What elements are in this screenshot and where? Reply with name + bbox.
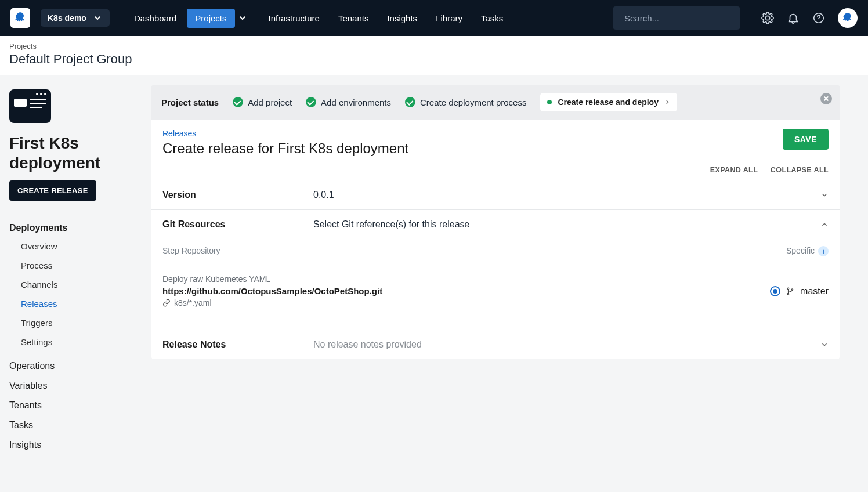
status-step-current[interactable]: Create release and deploy <box>540 93 677 111</box>
sidebar-item-triggers[interactable]: Triggers <box>21 314 142 331</box>
branch-name: master <box>800 286 829 296</box>
sidebar-item-channels[interactable]: Channels <box>21 276 142 293</box>
link-icon <box>162 299 171 307</box>
git-branch-icon <box>786 287 794 295</box>
chevron-up-icon <box>820 220 829 229</box>
sidebar-item-variables[interactable]: Variables <box>9 376 142 396</box>
sidebar-item-overview[interactable]: Overview <box>21 238 142 255</box>
repo-url: https://github.com/OctopusSamples/OctoPe… <box>162 286 382 296</box>
nav-projects[interactable]: Projects <box>187 9 234 28</box>
status-label: Project status <box>161 97 219 107</box>
save-button[interactable]: SAVE <box>783 129 829 150</box>
svg-point-3 <box>787 293 789 295</box>
sidebar-item-releases[interactable]: Releases <box>21 295 142 312</box>
chevron-down-icon <box>92 13 103 23</box>
status-step-add-project[interactable]: Add project <box>233 97 292 107</box>
top-right-icons <box>761 8 858 28</box>
space-switcher[interactable]: K8s demo <box>41 9 110 27</box>
page-header: Releases Create release for First K8s de… <box>151 120 840 166</box>
check-icon <box>306 97 316 107</box>
check-icon <box>233 97 243 107</box>
section-git-resources: Git Resources Select Git reference(s) fo… <box>151 209 840 330</box>
nav-library[interactable]: Library <box>428 9 471 28</box>
expand-controls: EXPAND ALL COLLAPSE ALL <box>151 166 840 180</box>
gear-icon[interactable] <box>761 12 774 24</box>
git-table-columns: Step Repository Specifici <box>162 241 829 265</box>
radio-selected-icon <box>770 286 780 296</box>
sidebar-item-operations[interactable]: Operations <box>9 356 142 376</box>
git-resources-label: Git Resources <box>162 219 313 230</box>
main-content: Project status Add project Add environme… <box>151 75 847 492</box>
project-logo <box>9 89 51 123</box>
file-glob: k8s/*.yaml <box>174 298 212 308</box>
sidebar-group-deployments[interactable]: Deployments <box>9 223 142 233</box>
sidebar-item-insights[interactable]: Insights <box>9 435 142 455</box>
dot-icon <box>547 100 552 104</box>
section-release-notes[interactable]: Release Notes No release notes provided <box>151 330 840 359</box>
sidebar-item-tenants[interactable]: Tenants <box>9 396 142 415</box>
branch-selector[interactable]: master <box>770 274 829 308</box>
check-icon <box>405 97 415 107</box>
global-search[interactable] <box>613 6 740 30</box>
info-icon[interactable]: i <box>818 246 829 256</box>
step-name: Deploy raw Kubernetes YAML <box>162 274 382 284</box>
sidebar-item-process[interactable]: Process <box>21 257 142 274</box>
chevron-down-icon <box>820 341 829 349</box>
git-resources-hint: Select Git reference(s) for this release <box>313 219 811 230</box>
svg-point-2 <box>787 288 789 290</box>
search-input[interactable] <box>624 13 735 23</box>
release-notes-label: Release Notes <box>162 339 313 350</box>
expand-all-button[interactable]: EXPAND ALL <box>710 166 758 174</box>
collapse-all-button[interactable]: COLLAPSE ALL <box>771 166 829 174</box>
nav-links: Dashboard Projects Infrastructure Tenant… <box>126 9 602 28</box>
page-title: Create release for First K8s deployment <box>162 140 408 157</box>
git-resources-header[interactable]: Git Resources Select Git reference(s) fo… <box>151 210 840 239</box>
chevron-down-icon[interactable] <box>237 13 248 23</box>
col-step-repository: Step Repository <box>162 246 220 256</box>
nav-insights[interactable]: Insights <box>379 9 425 28</box>
version-value: 0.0.1 <box>313 190 811 200</box>
top-navigation: K8s demo Dashboard Projects Infrastructu… <box>0 0 868 36</box>
section-version[interactable]: Version 0.0.1 <box>151 180 840 209</box>
sidebar-item-settings[interactable]: Settings <box>21 334 142 350</box>
git-resource-row: Deploy raw Kubernetes YAML https://githu… <box>162 265 829 317</box>
version-label: Version <box>162 190 313 200</box>
nav-infrastructure[interactable]: Infrastructure <box>261 9 328 28</box>
bell-icon[interactable] <box>787 12 800 24</box>
breadcrumb-parent[interactable]: Projects <box>9 42 859 50</box>
chevron-right-icon <box>664 99 670 105</box>
project-sidebar: First K8s deployment CREATE RELEASE Depl… <box>0 75 151 492</box>
space-name: K8s demo <box>48 13 86 23</box>
project-status-strip: Project status Add project Add environme… <box>151 85 840 120</box>
chevron-down-icon <box>820 191 829 199</box>
nav-dashboard[interactable]: Dashboard <box>126 9 185 28</box>
breadcrumb: Projects Default Project Group <box>0 36 868 75</box>
nav-tenants[interactable]: Tenants <box>330 9 377 28</box>
user-avatar[interactable] <box>838 8 858 28</box>
octopus-logo[interactable] <box>10 8 30 28</box>
help-icon[interactable] <box>812 12 825 24</box>
status-step-create-process[interactable]: Create deployment process <box>405 97 526 107</box>
project-title: First K8s deployment <box>9 133 142 172</box>
sidebar-item-tasks[interactable]: Tasks <box>9 415 142 435</box>
octopus-icon <box>13 10 28 26</box>
breadcrumb-title: Default Project Group <box>9 52 859 67</box>
create-release-button[interactable]: CREATE RELEASE <box>9 180 96 201</box>
release-notes-value: No release notes provided <box>313 339 811 350</box>
status-step-add-environments[interactable]: Add environments <box>306 97 391 107</box>
octopus-icon <box>841 11 855 25</box>
releases-link[interactable]: Releases <box>162 129 408 138</box>
col-specific: Specifici <box>786 246 829 256</box>
nav-tasks[interactable]: Tasks <box>473 9 511 28</box>
svg-point-4 <box>791 288 793 290</box>
close-status-button[interactable] <box>820 93 832 104</box>
